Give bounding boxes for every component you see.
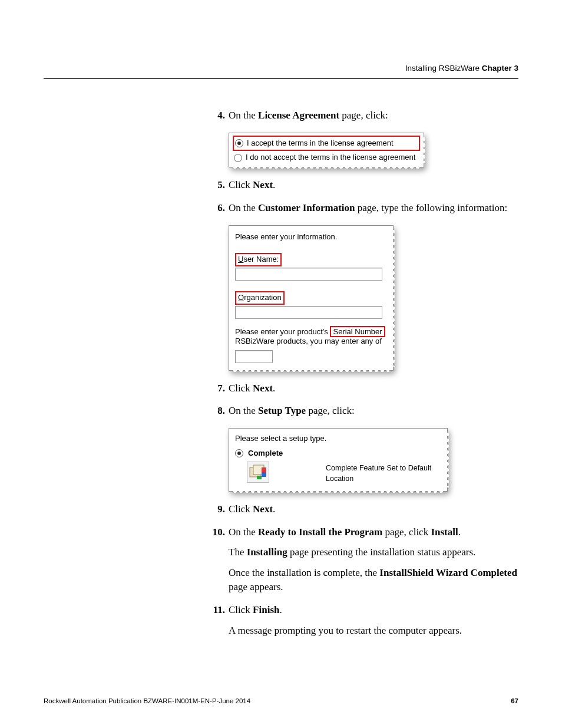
figure-license-agreement: I accept the terms in the license agreem… [229,133,424,168]
svg-rect-3 [262,467,266,472]
step-number: 10. [209,525,225,540]
step-10-para-b: Once the installation is complete, the I… [229,566,518,595]
step-text: On the Setup Type page, click: [229,405,355,416]
step-number: 9. [209,502,225,517]
step-text: Click Finish. [229,604,282,615]
radio-off-icon [234,154,242,162]
step-number: 5. [209,178,225,193]
step-5: 5. Click Next. [209,178,518,193]
cust-prompt: Please enter your information. [235,232,387,243]
radio-on-icon [235,139,243,147]
step-7: 7. Click Next. [209,381,518,396]
page-footer: Rockwell Automation Publication BZWARE-I… [44,697,518,704]
radio-reject-row[interactable]: I do not accept the terms in the license… [233,151,420,164]
input-user-name[interactable] [235,268,382,281]
radio-accept-label: I accept the terms in the license agreem… [247,138,394,149]
step-4: 4. On the License Agreement page, click:… [209,108,518,167]
step-11-para: A message prompting you to restart the c… [229,624,518,638]
step-text: Click Next. [229,179,275,190]
running-header: Installing RSBizWare Chapter 3 [44,64,518,79]
step-number: 6. [209,201,225,216]
label-user-name: User Name: [235,253,282,266]
step-text: On the License Agreement page, click: [229,110,388,121]
step-text: On the Ready to Install the Program page… [229,526,461,538]
header-chapter: Chapter 3 [482,64,518,73]
radio-reject-label: I do not accept the terms in the license… [246,152,415,163]
figure-setup-type: Please select a setup type. Complete [229,428,448,492]
setup-complete-desc: Complete Feature Set to Default Location [326,463,441,484]
footer-publication: Rockwell Automation Publication BZWARE-I… [44,697,250,704]
package-icon [247,462,269,483]
radio-on-icon [235,449,243,457]
step-number: 8. [209,404,225,419]
svg-rect-4 [257,476,262,479]
step-text: Click Next. [229,383,275,394]
figure-customer-information: Please enter your information. User Name… [229,225,394,371]
footer-page-number: 67 [511,697,518,704]
radio-complete-row[interactable]: Complete [235,448,441,459]
label-serial-number: Serial Number [330,326,385,337]
header-section: Installing RSBizWare [405,64,480,73]
step-9: 9. Click Next. [209,502,518,517]
step-11: 11. Click Finish. A message prompting yo… [209,603,518,638]
serial-prompt: Please enter your product's Serial Numbe… [235,327,387,347]
step-number: 7. [209,381,225,396]
label-organization: Organization [235,291,285,305]
radio-accept-row[interactable]: I accept the terms in the license agreem… [233,136,420,151]
setup-prompt: Please select a setup type. [235,433,441,444]
step-6: 6. On the Customer Information page, typ… [209,201,518,371]
step-8: 8. On the Setup Type page, click: Please… [209,404,518,492]
step-number: 11. [209,603,225,618]
step-number: 4. [209,108,225,123]
step-text: On the Customer Information page, type t… [229,202,507,213]
step-10: 10. On the Ready to Install the Program … [209,525,518,595]
radio-complete-label: Complete [248,448,283,459]
step-text: Click Next. [229,503,275,515]
step-10-para-a: The Installing page presenting the insta… [229,545,518,560]
input-organization[interactable] [235,306,382,319]
input-serial-number[interactable] [235,350,273,363]
svg-rect-2 [262,472,266,477]
